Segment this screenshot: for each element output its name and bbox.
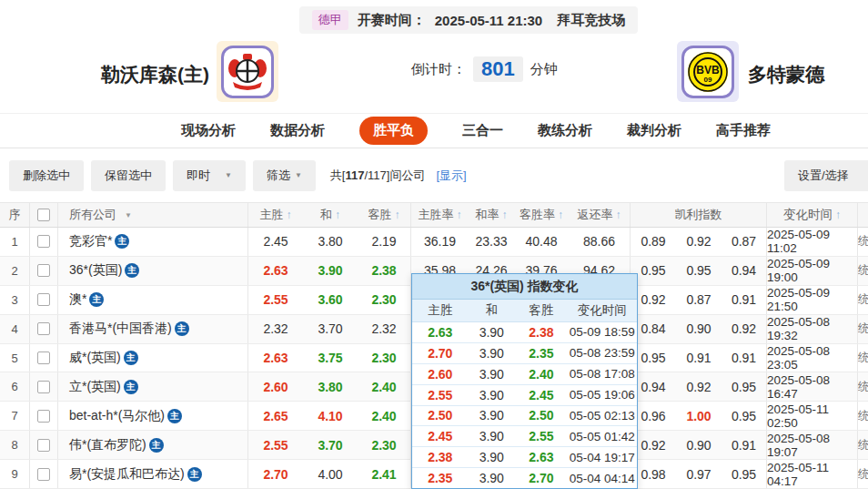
col-header-checkbox[interactable] [30,203,58,227]
company-badge-icon: 主 [125,263,139,278]
nav-tab[interactable]: 高手推荐 [716,117,771,144]
popup-change-time: 05-04 19:17 [568,451,637,464]
row-checkbox[interactable] [37,322,50,335]
kelly-away: 0.92 [722,315,767,343]
col-header-draw-odds[interactable]: 和↑ [303,203,358,227]
row-index: 4 [11,322,17,336]
company-name: 香港马*(中国香港) [69,321,172,337]
draw-odds: 4.10 [303,402,358,430]
nav-tabs: 现场分析数据分析胜平负三合一教练分析裁判分析高手推荐 [181,117,771,145]
company-cell[interactable]: 澳* 主 [58,286,248,314]
row-index: 8 [11,438,17,452]
popup-away-odds: 2.50 [515,408,568,423]
time-mode-select[interactable]: 即时 ▼ [173,160,246,191]
popup-change-time: 05-05 02:13 [568,409,637,423]
kelly-away: 0.91 [722,431,767,459]
company-cell[interactable]: bet-at-h*(马尔他) 主 [58,402,248,430]
company-cell[interactable]: 36*(英国) 主 [58,257,248,285]
col-header-home-rate[interactable]: 主胜率↑ [411,203,469,227]
col-header-draw-rate[interactable]: 和率↑ [469,203,514,227]
sort-asc-icon: ↑ [616,209,621,221]
company-cell[interactable]: 易*(安提瓜和巴布达) 主 [58,460,248,488]
away-odds: 2.30 [358,431,411,459]
popup-draw-odds: 3.90 [469,471,516,485]
company-badge-icon: 主 [89,292,104,307]
popup-change-time: 05-04 04:14 [568,472,637,485]
col-header-away-rate[interactable]: 客胜率↑ [514,203,569,227]
kelly-away: 0.94 [722,257,767,285]
nav-tab[interactable]: 数据分析 [270,117,325,144]
popup-away-odds: 2.40 [515,367,568,382]
clipped-column-glyph[interactable]: 统 [858,257,868,285]
change-time: 2025-05-08 23:05 [767,344,858,372]
clipped-column-glyph[interactable]: 统 [858,228,868,256]
company-cell[interactable]: 立*(英国) 主 [58,372,248,401]
select-all-checkbox[interactable] [37,209,50,221]
draw-odds: 3.80 [303,228,358,256]
filter-select[interactable]: 筛选 ▼ [253,160,316,191]
draw-odds: 4.00 [303,460,358,488]
company-cell[interactable]: 竞彩官* 主 [58,228,248,256]
league-badge[interactable]: 德甲 [312,10,348,30]
sort-asc-icon: ↑ [835,209,841,221]
nav-tab[interactable]: 教练分析 [538,117,592,144]
company-name: 立*(英国) [69,379,121,395]
row-checkbox[interactable] [37,410,50,423]
keep-selected-button[interactable]: 保留选中 [91,160,166,191]
nav-tab[interactable]: 三合一 [462,117,503,144]
teams-row: 勒沃库森(主) 倒计时： 801 分钟 [0,36,868,114]
col-header-company[interactable]: 所有公司 ▼ [58,203,248,227]
row-checkbox[interactable] [37,439,50,452]
delete-selected-button[interactable]: 删除选中 [9,160,84,191]
row-index: 1 [11,235,17,249]
row-checkbox[interactable] [37,264,50,277]
row-checkbox[interactable] [37,381,50,393]
row-checkbox[interactable] [37,293,50,306]
home-odds: 2.63 [248,257,303,285]
row-checkbox[interactable] [37,468,50,481]
popup-col-home: 主胜 [412,302,469,319]
popup-title: 36*(英国) 指数变化 [412,274,637,300]
show-link[interactable]: [显示] [436,168,466,184]
company-cell[interactable]: 威*(英国) 主 [58,344,248,372]
popup-col-time: 变化时间 [568,302,637,319]
row-index: 3 [11,293,17,307]
settings-select-button[interactable]: 设置/选择 [784,160,868,191]
return-rate: 88.66 [569,228,631,256]
away-team-name: 多特蒙德 [748,62,824,87]
popup-body: 2.63 3.90 2.38 05-09 18:59 2.70 3.90 2.3… [412,322,637,488]
col-header-return-rate[interactable]: 返还率↑ [569,203,631,227]
clipped-column-glyph[interactable]: 统 [858,402,868,430]
clipped-column-glyph[interactable]: 统 [858,315,868,343]
popup-home-odds: 2.70 [412,346,469,361]
company-cell[interactable]: 香港马*(中国香港) 主 [58,315,248,343]
clipped-column-glyph[interactable]: 统 [858,372,868,401]
chevron-down-icon: ▼ [295,171,302,179]
nav-tab[interactable]: 现场分析 [181,117,236,144]
row-checkbox[interactable] [37,351,50,364]
col-header-home-odds[interactable]: 主胜↑ [248,203,303,227]
popup-row: 2.35 3.90 2.70 05-04 04:14 [412,468,637,488]
kelly-draw: 0.97 [676,460,722,488]
row-checkbox[interactable] [37,235,50,248]
home-team-name: 勒沃库森(主) [0,62,209,87]
home-odds: 2.55 [248,431,303,459]
popup-row: 2.55 3.90 2.45 05-05 19:06 [412,385,637,406]
clipped-column-glyph[interactable]: 统 [858,431,868,459]
kelly-away: 0.95 [722,402,767,430]
nav-tab[interactable]: 裁判分析 [627,117,681,144]
nav-tab[interactable]: 胜平负 [359,117,428,145]
company-cell[interactable]: 伟*(直布罗陀) 主 [58,431,248,459]
change-time: 2025-05-08 19:32 [767,315,858,343]
bvb-logo-text: BVB [696,64,720,76]
clipped-column-glyph[interactable]: 统 [858,286,868,314]
clipped-column-glyph[interactable]: 统 [858,344,868,372]
popup-away-odds: 2.63 [515,450,568,464]
popup-change-time: 05-09 18:59 [568,325,637,339]
kelly-draw: 0.87 [676,286,722,314]
col-header-change-time[interactable]: 变化时间↑ [767,203,858,227]
col-header-away-odds[interactable]: 客胜↑ [358,203,411,227]
sort-asc-icon: ↑ [335,209,340,221]
clipped-column-glyph[interactable]: 统 [858,460,868,488]
home-odds: 2.45 [248,228,303,256]
